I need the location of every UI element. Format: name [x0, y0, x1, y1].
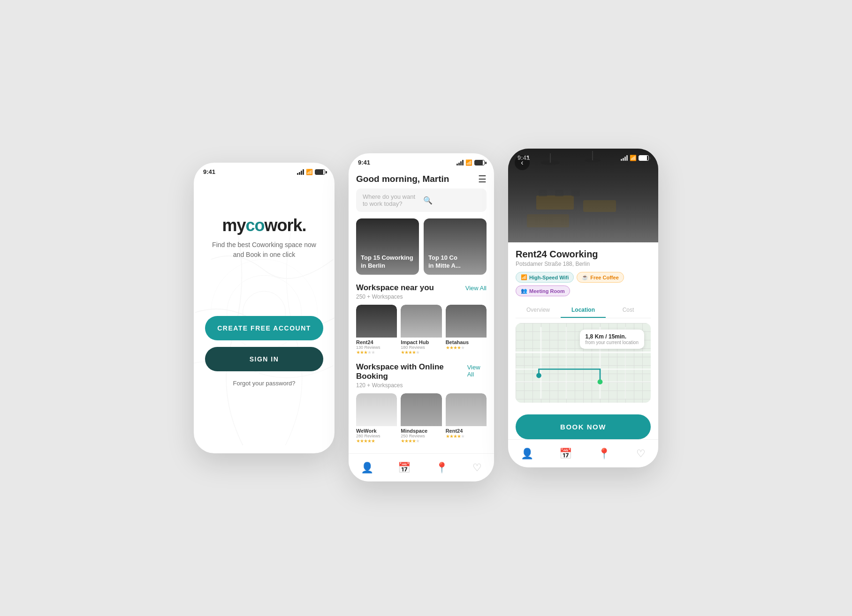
svg-rect-10 — [539, 190, 547, 196]
status-icons-left: 📶 — [297, 169, 325, 175]
wifi-icon: 📶 — [306, 169, 313, 175]
view-all-near[interactable]: View All — [465, 285, 487, 292]
space-hero-image: 9:41 📶 ‹ — [508, 149, 658, 242]
search-placeholder: Where do you want to work today? — [363, 193, 419, 207]
search-icon[interactable]: 🔍 — [423, 196, 480, 205]
status-bar-mid: 9:41 📶 — [349, 153, 494, 169]
battery-icon-mid — [474, 160, 485, 165]
ws-name-rent24-2: Rent24 — [446, 428, 487, 434]
ws-thumb-betahaus — [446, 305, 487, 338]
ws-reviews-rent24: 130 Reviews — [356, 345, 397, 350]
nav-heart-right[interactable]: ♡ — [632, 444, 649, 464]
tagline: Find the best Coworking space nowand Boo… — [212, 240, 316, 260]
view-all-online[interactable]: View All — [467, 364, 487, 378]
ws-thumb-impacthub — [401, 305, 441, 338]
ws-name-mindspace: Mindspace — [401, 428, 441, 434]
nav-heart-mid[interactable]: ♡ — [469, 458, 486, 478]
ws-stars-wework: ★★★★★ — [356, 438, 397, 443]
ws-stars-impacthub: ★★★★★ — [401, 350, 441, 355]
phone-right: 9:41 📶 ‹ Rent24 Coworking Potsdamer Stra… — [508, 149, 658, 467]
time-mid: 9:41 — [358, 159, 370, 166]
signin-button[interactable]: SIGN IN — [205, 347, 323, 371]
mid-header: Good morning, Martin ☰ — [356, 169, 487, 188]
wifi-amenity-icon: 📶 — [521, 274, 527, 280]
status-icons-right: 📶 — [621, 155, 649, 161]
ws-stars-rent24-2: ★★★★★ — [446, 434, 487, 439]
ws-stars-mindspace: ★★★★★ — [401, 438, 441, 443]
workspace-near-sub: 250 + Workspaces — [356, 293, 487, 300]
time-left: 9:41 — [203, 168, 215, 175]
ws-name-betahaus: Betahaus — [446, 339, 487, 345]
ws-thumb-rent24 — [356, 305, 397, 338]
status-icons-mid: 📶 — [456, 159, 485, 166]
forgot-password-link[interactable]: Forgot your password? — [233, 380, 296, 387]
featured-card-1[interactable]: Top 15 Coworkingin Berlin — [356, 218, 419, 275]
right-content: Rent24 Coworking Potsdamer Straße 188, B… — [508, 242, 658, 439]
featured-card-2[interactable]: Top 10 Coin Mitte A... — [424, 218, 487, 275]
location-map[interactable]: 1,8 Km / 15min. from your current locati… — [516, 323, 651, 403]
workspace-online-row: WeWork 280 Reviews ★★★★★ Mindspace 250 R… — [356, 393, 487, 443]
logo: mycowork. — [212, 216, 316, 235]
nav-calendar-mid[interactable]: 📅 — [394, 458, 414, 478]
battery-icon-right — [639, 155, 649, 161]
ws-card-betahaus[interactable]: Betahaus ★★★★★ — [446, 305, 487, 355]
ws-card-rent24[interactable]: Rent24 130 Reviews ★★★★★ — [356, 305, 397, 355]
ws-card-wework[interactable]: WeWork 280 Reviews ★★★★★ — [356, 393, 397, 443]
detail-tabs: Overview Location Cost — [516, 303, 651, 318]
scene: 9:41 📶 — [175, 106, 677, 510]
ws-card-rent24-2[interactable]: Rent24 ★★★★★ — [446, 393, 487, 443]
menu-icon[interactable]: ☰ — [478, 173, 487, 185]
workspace-near-title: Workspace near you — [356, 283, 434, 293]
workspace-near-header: Workspace near you View All — [356, 283, 487, 293]
map-distance-tooltip: 1,8 Km / 15min. from your current locati… — [580, 330, 644, 349]
left-content: mycowork. Find the best Coworking space … — [194, 178, 335, 450]
coffee-amenity-icon: ☕ — [582, 274, 588, 280]
space-name: Rent24 Coworking — [516, 249, 651, 260]
bottom-nav-mid: 👤 📅 📍 ♡ — [349, 453, 494, 481]
nav-profile-mid[interactable]: 👤 — [357, 458, 377, 478]
svg-rect-5 — [527, 214, 569, 227]
nav-location-mid[interactable]: 📍 — [432, 458, 452, 478]
ws-reviews-mindspace: 250 Reviews — [401, 434, 441, 438]
mid-content: Good morning, Martin ☰ Where do you want… — [349, 169, 494, 459]
logo-suffix: work — [264, 216, 302, 235]
book-btn-area: BOOK NOW — [516, 414, 651, 439]
space-address: Potsdamer Straße 188, Berlin — [516, 261, 651, 267]
wifi-icon-right: 📶 — [630, 155, 637, 161]
ws-thumb-wework — [356, 393, 397, 426]
logo-area: mycowork. Find the best Coworking space … — [212, 216, 316, 260]
nav-calendar-right[interactable]: 📅 — [555, 444, 576, 464]
distance-from: from your current location — [586, 340, 639, 345]
status-bar-left: 9:41 📶 — [194, 163, 335, 178]
signal-icon-mid — [456, 160, 464, 165]
featured-row: Top 15 Coworkingin Berlin Top 10 Coin Mi… — [356, 218, 487, 275]
svg-point-21 — [598, 379, 603, 384]
search-bar[interactable]: Where do you want to work today? 🔍 — [356, 188, 487, 212]
book-now-button[interactable]: BOOK NOW — [516, 414, 651, 439]
create-account-button[interactable]: CREATE FREE ACCOUNT — [205, 316, 323, 340]
ws-card-impacthub[interactable]: Impact Hub 180 Reviews ★★★★★ — [401, 305, 441, 355]
ws-card-mindspace[interactable]: Mindspace 250 Reviews ★★★★★ — [401, 393, 441, 443]
tab-cost[interactable]: Cost — [606, 303, 651, 318]
badge-coffee: ☕ Free Coffee — [577, 272, 624, 283]
logo-prefix: my — [222, 216, 245, 235]
nav-location-right[interactable]: 📍 — [594, 444, 614, 464]
workspace-near-row: Rent24 130 Reviews ★★★★★ Impact Hub 180 … — [356, 305, 487, 355]
tab-location[interactable]: Location — [561, 303, 606, 318]
logo-dot: . — [302, 216, 306, 235]
battery-icon — [315, 169, 325, 175]
signal-icon — [297, 169, 304, 175]
status-bar-right: 9:41 📶 — [508, 149, 658, 164]
badge-wifi: 📶 High-Speed Wifi — [516, 272, 574, 283]
nav-profile-right[interactable]: 👤 — [517, 444, 537, 464]
ws-name-wework: WeWork — [356, 428, 397, 434]
phone-left: 9:41 📶 — [194, 163, 335, 453]
phone-mid: 9:41 📶 Good morning, Martin ☰ Where do y… — [349, 153, 494, 481]
featured-label-1: Top 15 Coworkingin Berlin — [361, 254, 413, 270]
ws-thumb-rent24-2 — [446, 393, 487, 426]
tab-overview[interactable]: Overview — [516, 303, 561, 318]
back-button[interactable]: ‹ — [515, 155, 530, 170]
ws-reviews-wework: 280 Reviews — [356, 434, 397, 438]
amenities-row: 📶 High-Speed Wifi ☕ Free Coffee 👥 Meetin… — [516, 272, 651, 296]
ws-stars-rent24: ★★★★★ — [356, 350, 397, 355]
